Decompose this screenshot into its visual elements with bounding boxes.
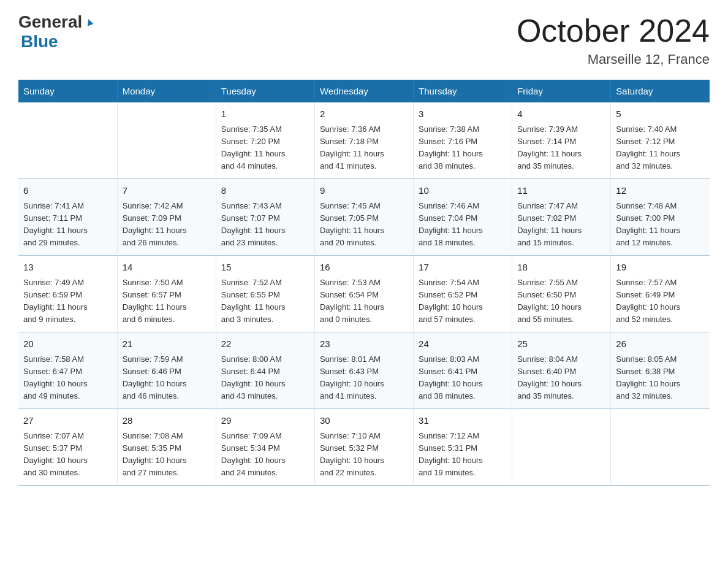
- calendar-cell: 29Sunrise: 7:09 AM Sunset: 5:34 PM Dayli…: [216, 409, 314, 486]
- day-number: 29: [221, 414, 309, 428]
- calendar-cell: 18Sunrise: 7:55 AM Sunset: 6:50 PM Dayli…: [512, 256, 611, 332]
- day-info: Sunrise: 8:00 AM Sunset: 6:44 PM Dayligh…: [221, 353, 309, 403]
- day-number: 10: [419, 184, 507, 198]
- day-number: 31: [419, 414, 507, 428]
- calendar-cell: 3Sunrise: 7:38 AM Sunset: 7:16 PM Daylig…: [414, 102, 512, 179]
- day-number: 14: [123, 261, 211, 275]
- calendar-header: SundayMondayTuesdayWednesdayThursdayFrid…: [18, 80, 710, 102]
- day-number: 24: [419, 337, 507, 351]
- calendar-cell: 8Sunrise: 7:43 AM Sunset: 7:07 PM Daylig…: [216, 179, 314, 256]
- day-info: Sunrise: 7:46 AM Sunset: 7:04 PM Dayligh…: [419, 200, 507, 250]
- day-number: 16: [320, 261, 408, 275]
- calendar-cell: 22Sunrise: 8:00 AM Sunset: 6:44 PM Dayli…: [216, 332, 314, 409]
- logo-triangle-icon: [84, 17, 95, 30]
- calendar-cell: 27Sunrise: 7:07 AM Sunset: 5:37 PM Dayli…: [18, 409, 117, 486]
- weekday-header-monday: Monday: [117, 80, 216, 102]
- calendar-table: SundayMondayTuesdayWednesdayThursdayFrid…: [18, 80, 710, 486]
- day-number: 22: [221, 337, 309, 351]
- calendar-cell: 2Sunrise: 7:36 AM Sunset: 7:18 PM Daylig…: [314, 102, 413, 179]
- day-number: 30: [320, 414, 408, 428]
- calendar-cell: 26Sunrise: 8:05 AM Sunset: 6:38 PM Dayli…: [611, 332, 710, 409]
- calendar-cell: 13Sunrise: 7:49 AM Sunset: 6:59 PM Dayli…: [18, 256, 117, 332]
- weekday-header-tuesday: Tuesday: [216, 80, 314, 102]
- day-info: Sunrise: 7:07 AM Sunset: 5:37 PM Dayligh…: [23, 430, 112, 480]
- day-info: Sunrise: 7:36 AM Sunset: 7:18 PM Dayligh…: [320, 123, 408, 173]
- day-number: 1: [221, 107, 309, 121]
- day-info: Sunrise: 7:52 AM Sunset: 6:55 PM Dayligh…: [221, 277, 309, 326]
- calendar-cell: 21Sunrise: 7:59 AM Sunset: 6:46 PM Dayli…: [117, 332, 216, 409]
- page-header: General Blue October 2024 Marseille 12, …: [18, 12, 710, 67]
- day-info: Sunrise: 7:40 AM Sunset: 7:12 PM Dayligh…: [616, 123, 705, 173]
- week-row-4: 20Sunrise: 7:58 AM Sunset: 6:47 PM Dayli…: [18, 332, 710, 409]
- day-number: 12: [616, 184, 705, 198]
- day-info: Sunrise: 8:01 AM Sunset: 6:43 PM Dayligh…: [320, 353, 408, 403]
- week-row-3: 13Sunrise: 7:49 AM Sunset: 6:59 PM Dayli…: [18, 256, 710, 332]
- day-info: Sunrise: 7:47 AM Sunset: 7:02 PM Dayligh…: [517, 200, 605, 250]
- day-info: Sunrise: 7:38 AM Sunset: 7:16 PM Dayligh…: [419, 123, 507, 173]
- day-number: 8: [221, 184, 309, 198]
- calendar-cell: 9Sunrise: 7:45 AM Sunset: 7:05 PM Daylig…: [314, 179, 413, 256]
- day-info: Sunrise: 7:49 AM Sunset: 6:59 PM Dayligh…: [23, 277, 112, 326]
- day-info: Sunrise: 7:12 AM Sunset: 5:31 PM Dayligh…: [419, 430, 507, 480]
- logo: General Blue: [18, 12, 95, 52]
- calendar-cell: 24Sunrise: 8:03 AM Sunset: 6:41 PM Dayli…: [414, 332, 512, 409]
- day-number: 20: [23, 337, 112, 351]
- logo-blue-text: Blue: [21, 32, 58, 51]
- day-info: Sunrise: 7:54 AM Sunset: 6:52 PM Dayligh…: [419, 277, 507, 326]
- day-number: 13: [23, 261, 112, 275]
- weekday-header-row: SundayMondayTuesdayWednesdayThursdayFrid…: [18, 80, 710, 102]
- calendar-cell: 10Sunrise: 7:46 AM Sunset: 7:04 PM Dayli…: [414, 179, 512, 256]
- day-info: Sunrise: 7:50 AM Sunset: 6:57 PM Dayligh…: [123, 277, 211, 326]
- day-info: Sunrise: 7:55 AM Sunset: 6:50 PM Dayligh…: [517, 277, 605, 326]
- week-row-5: 27Sunrise: 7:07 AM Sunset: 5:37 PM Dayli…: [18, 409, 710, 486]
- calendar-cell: 28Sunrise: 7:08 AM Sunset: 5:35 PM Dayli…: [117, 409, 216, 486]
- weekday-header-sunday: Sunday: [18, 80, 117, 102]
- day-number: 21: [123, 337, 211, 351]
- day-number: 7: [123, 184, 211, 198]
- day-number: 11: [517, 184, 605, 198]
- weekday-header-thursday: Thursday: [414, 80, 512, 102]
- calendar-cell: 31Sunrise: 7:12 AM Sunset: 5:31 PM Dayli…: [414, 409, 512, 486]
- day-info: Sunrise: 7:58 AM Sunset: 6:47 PM Dayligh…: [23, 353, 112, 403]
- day-number: 6: [23, 184, 112, 198]
- week-row-2: 6Sunrise: 7:41 AM Sunset: 7:11 PM Daylig…: [18, 179, 710, 256]
- day-info: Sunrise: 7:09 AM Sunset: 5:34 PM Dayligh…: [221, 430, 309, 480]
- logo-general-text: General: [18, 12, 82, 32]
- calendar-cell: 19Sunrise: 7:57 AM Sunset: 6:49 PM Dayli…: [611, 256, 710, 332]
- day-number: 26: [616, 337, 705, 351]
- calendar-cell: 14Sunrise: 7:50 AM Sunset: 6:57 PM Dayli…: [117, 256, 216, 332]
- day-info: Sunrise: 7:42 AM Sunset: 7:09 PM Dayligh…: [123, 200, 211, 250]
- calendar-cell: 7Sunrise: 7:42 AM Sunset: 7:09 PM Daylig…: [117, 179, 216, 256]
- week-row-1: 1Sunrise: 7:35 AM Sunset: 7:20 PM Daylig…: [18, 102, 710, 179]
- day-info: Sunrise: 7:35 AM Sunset: 7:20 PM Dayligh…: [221, 123, 309, 173]
- day-info: Sunrise: 7:39 AM Sunset: 7:14 PM Dayligh…: [517, 123, 605, 173]
- day-number: 18: [517, 261, 605, 275]
- calendar-cell: [18, 102, 117, 179]
- calendar-cell: 11Sunrise: 7:47 AM Sunset: 7:02 PM Dayli…: [512, 179, 611, 256]
- calendar-cell: 5Sunrise: 7:40 AM Sunset: 7:12 PM Daylig…: [611, 102, 710, 179]
- day-number: 3: [419, 107, 507, 121]
- calendar-cell: 25Sunrise: 8:04 AM Sunset: 6:40 PM Dayli…: [512, 332, 611, 409]
- day-number: 4: [517, 107, 605, 121]
- calendar-cell: [611, 409, 710, 486]
- calendar-cell: 12Sunrise: 7:48 AM Sunset: 7:00 PM Dayli…: [611, 179, 710, 256]
- day-number: 9: [320, 184, 408, 198]
- svg-marker-0: [86, 18, 94, 26]
- calendar-cell: 1Sunrise: 7:35 AM Sunset: 7:20 PM Daylig…: [216, 102, 314, 179]
- day-info: Sunrise: 7:10 AM Sunset: 5:32 PM Dayligh…: [320, 430, 408, 480]
- calendar-cell: 4Sunrise: 7:39 AM Sunset: 7:14 PM Daylig…: [512, 102, 611, 179]
- day-number: 5: [616, 107, 705, 121]
- day-number: 25: [517, 337, 605, 351]
- weekday-header-saturday: Saturday: [611, 80, 710, 102]
- day-number: 19: [616, 261, 705, 275]
- day-number: 27: [23, 414, 112, 428]
- day-info: Sunrise: 7:57 AM Sunset: 6:49 PM Dayligh…: [616, 277, 705, 326]
- title-block: October 2024 Marseille 12, France: [517, 12, 710, 67]
- day-number: 17: [419, 261, 507, 275]
- calendar-cell: [117, 102, 216, 179]
- day-info: Sunrise: 7:48 AM Sunset: 7:00 PM Dayligh…: [616, 200, 705, 250]
- day-number: 23: [320, 337, 408, 351]
- calendar-body: 1Sunrise: 7:35 AM Sunset: 7:20 PM Daylig…: [18, 102, 710, 486]
- day-info: Sunrise: 7:41 AM Sunset: 7:11 PM Dayligh…: [23, 200, 112, 250]
- calendar-cell: 17Sunrise: 7:54 AM Sunset: 6:52 PM Dayli…: [414, 256, 512, 332]
